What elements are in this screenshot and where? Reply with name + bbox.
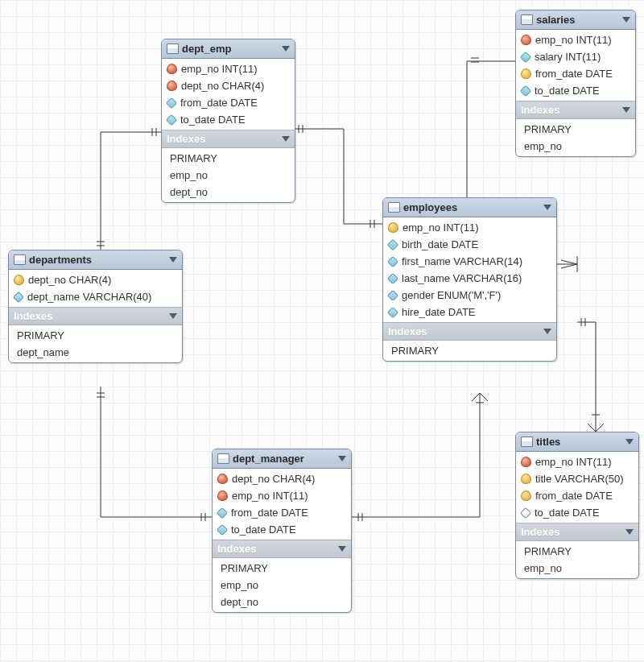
entity-departments[interactable]: departments dept_no CHAR(4) dept_name VA…	[8, 250, 183, 363]
entity-titles[interactable]: titles emp_no INT(11) title VARCHAR(50) …	[515, 432, 639, 579]
key-icon	[521, 474, 531, 484]
indexes-header[interactable]: Indexes	[516, 523, 638, 541]
column-title[interactable]: title VARCHAR(50)	[516, 470, 638, 487]
chevron-down-icon[interactable]	[169, 313, 177, 319]
diamond-icon	[387, 255, 398, 267]
column-dept-name[interactable]: dept_name VARCHAR(40)	[9, 288, 182, 305]
table-icon	[167, 43, 179, 54]
indexes-list: PRIMARY emp_no dept_no	[162, 148, 295, 202]
chevron-down-icon[interactable]	[625, 439, 634, 445]
chevron-down-icon[interactable]	[338, 456, 346, 461]
index-item[interactable]: dept_name	[9, 344, 182, 361]
column-dept-no[interactable]: dept_no CHAR(4)	[213, 470, 351, 487]
column-to-date[interactable]: to_date DATE	[213, 521, 351, 538]
column-emp-no[interactable]: emp_no INT(11)	[213, 487, 351, 504]
diamond-icon	[387, 238, 398, 250]
diamond-icon	[520, 51, 531, 62]
chevron-down-icon[interactable]	[622, 17, 630, 23]
column-from-date[interactable]: from_date DATE	[213, 504, 351, 521]
entity-header[interactable]: departments	[9, 250, 182, 270]
entity-employees[interactable]: employees emp_no INT(11) birth_date DATE…	[382, 197, 557, 362]
key-icon	[521, 457, 531, 467]
key-icon	[217, 474, 228, 484]
column-from-date[interactable]: from_date DATE	[162, 94, 295, 111]
columns-list: emp_no INT(11) dept_no CHAR(4) from_date…	[162, 59, 295, 130]
column-emp-no[interactable]: emp_no INT(11)	[516, 453, 638, 470]
indexes-header[interactable]: Indexes	[9, 307, 182, 325]
entity-header[interactable]: salaries	[516, 10, 635, 30]
indexes-header[interactable]: Indexes	[213, 540, 351, 558]
diamond-icon	[520, 507, 531, 518]
column-to-date[interactable]: to_date DATE	[516, 504, 638, 521]
key-icon	[521, 490, 531, 501]
index-item[interactable]: dept_no	[162, 184, 295, 201]
index-item[interactable]: dept_no	[213, 594, 351, 610]
index-item[interactable]: PRIMARY	[383, 342, 556, 359]
entity-header[interactable]: employees	[383, 198, 556, 217]
columns-list: emp_no INT(11) title VARCHAR(50) from_da…	[516, 452, 638, 523]
chevron-down-icon[interactable]	[169, 257, 177, 263]
column-dept-no[interactable]: dept_no CHAR(4)	[9, 271, 182, 288]
column-from-date[interactable]: from_date DATE	[516, 487, 638, 504]
indexes-list: PRIMARY emp_no dept_no	[213, 558, 351, 612]
entity-title: salaries	[536, 14, 619, 26]
column-to-date[interactable]: to_date DATE	[516, 82, 635, 99]
indexes-header[interactable]: Indexes	[516, 101, 635, 119]
chevron-down-icon[interactable]	[622, 107, 630, 113]
entity-header[interactable]: dept_manager	[213, 449, 351, 469]
index-item[interactable]: PRIMARY	[9, 327, 182, 344]
column-to-date[interactable]: to_date DATE	[162, 111, 295, 128]
key-icon	[217, 490, 228, 501]
indexes-list: PRIMARY emp_no	[516, 541, 638, 578]
entity-header[interactable]: titles	[516, 432, 638, 452]
entity-title: dept_emp	[182, 43, 279, 55]
diamond-icon	[217, 523, 228, 535]
indexes-header[interactable]: Indexes	[162, 130, 295, 148]
table-icon	[388, 202, 400, 213]
index-item[interactable]: emp_no	[516, 560, 638, 577]
column-emp-no[interactable]: emp_no INT(11)	[516, 31, 635, 48]
chevron-down-icon[interactable]	[543, 205, 551, 210]
key-icon	[521, 68, 531, 79]
column-first-name[interactable]: first_name VARCHAR(14)	[383, 253, 556, 270]
entity-header[interactable]: dept_emp	[162, 39, 295, 59]
table-icon	[217, 453, 229, 464]
entity-title: titles	[536, 436, 622, 448]
entity-dept-emp[interactable]: dept_emp emp_no INT(11) dept_no CHAR(4) …	[161, 39, 295, 203]
entity-salaries[interactable]: salaries emp_no INT(11) salary INT(11) f…	[515, 10, 636, 157]
chevron-down-icon[interactable]	[625, 529, 634, 535]
column-hire-date[interactable]: hire_date DATE	[383, 304, 556, 321]
column-gender[interactable]: gender ENUM('M','F')	[383, 287, 556, 304]
key-icon	[167, 64, 177, 74]
diamond-icon	[166, 97, 177, 108]
column-from-date[interactable]: from_date DATE	[516, 65, 635, 82]
chevron-down-icon[interactable]	[543, 329, 551, 334]
indexes-list: PRIMARY dept_name	[9, 325, 182, 362]
index-item[interactable]: PRIMARY	[213, 560, 351, 577]
entity-dept-manager[interactable]: dept_manager dept_no CHAR(4) emp_no INT(…	[212, 449, 352, 613]
column-last-name[interactable]: last_name VARCHAR(16)	[383, 270, 556, 287]
chevron-down-icon[interactable]	[338, 546, 346, 552]
index-item[interactable]: PRIMARY	[516, 121, 635, 138]
column-birth-date[interactable]: birth_date DATE	[383, 236, 556, 253]
index-item[interactable]: PRIMARY	[162, 150, 295, 167]
column-emp-no[interactable]: emp_no INT(11)	[383, 219, 556, 236]
diamond-icon	[217, 507, 228, 518]
column-emp-no[interactable]: emp_no INT(11)	[162, 60, 295, 77]
key-icon	[388, 222, 398, 233]
column-dept-no[interactable]: dept_no CHAR(4)	[162, 77, 295, 94]
chevron-down-icon[interactable]	[282, 46, 290, 52]
column-salary[interactable]: salary INT(11)	[516, 48, 635, 65]
entity-title: dept_manager	[233, 453, 335, 465]
columns-list: dept_no CHAR(4) dept_name VARCHAR(40)	[9, 270, 182, 307]
chevron-down-icon[interactable]	[282, 136, 290, 142]
index-item[interactable]: emp_no	[516, 138, 635, 155]
index-item[interactable]: PRIMARY	[516, 543, 638, 560]
diamond-icon	[13, 291, 24, 302]
index-item[interactable]: emp_no	[213, 577, 351, 594]
indexes-header[interactable]: Indexes	[383, 322, 556, 341]
diamond-icon	[166, 114, 177, 125]
diamond-icon	[387, 306, 398, 317]
index-item[interactable]: emp_no	[162, 167, 295, 184]
entity-title: departments	[29, 254, 166, 266]
